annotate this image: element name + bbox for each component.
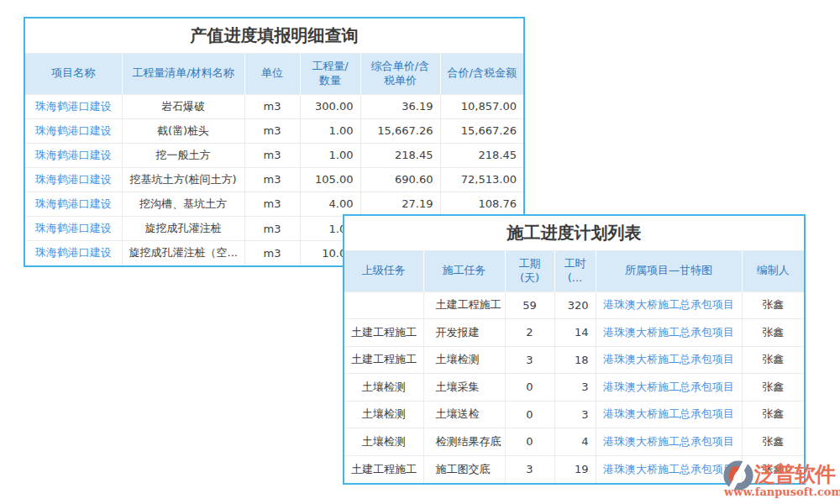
total-amount: 10,857.00 (440, 94, 523, 118)
gantt-project-link[interactable]: 港珠澳大桥施工总承包项目 (603, 298, 734, 311)
table-row: 土建工程施工开发报建214港珠澳大桥施工总承包项目张鑫 (344, 319, 804, 347)
item-name: 旋挖成孔灌注桩（空... (122, 241, 244, 265)
work-hours: 18 (554, 346, 596, 374)
unit: m3 (244, 94, 300, 118)
quantity: 4.00 (300, 192, 360, 216)
project-link[interactable]: 珠海鹤港口建设 (35, 124, 112, 137)
duration-days: 0 (505, 401, 554, 428)
unit-price: 15,667.26 (360, 118, 440, 143)
parent-task: 土建工程施工 (344, 319, 423, 347)
table-cell: 珠海鹤港口建设 (25, 216, 122, 240)
duration-days: 2 (505, 319, 554, 347)
panel-title: 产值进度填报明细查询 (25, 18, 523, 54)
column-header: 工时 (... (554, 251, 596, 291)
author: 张鑫 (742, 346, 804, 374)
column-header: 工程量/ 数量 (300, 54, 360, 94)
header-row: 项目名称 工程量清单/材料名称 单位 工程量/ 数量 综合单价/含 税单价 合价… (25, 54, 523, 94)
gantt-project-link[interactable]: 港珠澳大桥施工总承包项目 (603, 407, 734, 420)
unit: m3 (244, 143, 300, 167)
duration-days: 3 (505, 346, 554, 374)
column-header: 单位 (244, 54, 300, 94)
table-cell: 珠海鹤港口建设 (25, 167, 122, 192)
project-link[interactable]: 珠海鹤港口建设 (35, 222, 112, 234)
duration-days: 0 (505, 428, 554, 456)
unit-price: 218.45 (360, 143, 440, 167)
project-link[interactable]: 珠海鹤港口建设 (35, 246, 112, 259)
parent-task: 土建工程施工 (344, 346, 423, 374)
work-hours: 19 (554, 455, 596, 483)
unit-price: 690.60 (360, 167, 440, 192)
quantity: 105.00 (300, 167, 360, 192)
header-row: 上级任务 施工任务 工期 (天) 工时 (... 所属项目—甘特图 编制人 (344, 251, 804, 291)
parent-task: 土壤检测 (344, 428, 423, 456)
table-row: 土壤检测土壤送检03港珠澳大桥施工总承包项目张鑫 (344, 401, 804, 428)
item-name: 挖沟槽、基坑土方 (122, 192, 244, 216)
table-row: 土建工程施工59320港珠澳大桥施工总承包项目张鑫 (344, 291, 804, 319)
construction-schedule-window: 施工进度计划列表 上级任务 施工任务 工期 (天) 工时 (... 所属项目—甘… (343, 214, 806, 485)
fanpu-logo: 泛普软件 www.fanpusoft.com (722, 457, 840, 501)
table-cell: 港珠澳大桥施工总承包项目 (596, 455, 742, 483)
page: { "colors": { "panel_border": "#42b4e8",… (0, 0, 840, 504)
construction-task: 施工图交底 (423, 455, 505, 483)
construction-task: 土建工程施工 (423, 291, 505, 319)
item-name: 岩石爆破 (122, 94, 244, 118)
table-row: 珠海鹤港口建设岩石爆破m3300.0036.1910,857.00 (25, 94, 523, 118)
column-header: 工程量清单/材料名称 (122, 54, 244, 94)
panel-title: 施工进度计划列表 (344, 216, 804, 251)
gantt-project-link[interactable]: 港珠澳大桥施工总承包项目 (603, 463, 734, 475)
unit: m3 (244, 167, 300, 192)
brand-name: 泛普软件 (754, 460, 835, 488)
unit: m3 (244, 118, 300, 143)
gantt-project-link[interactable]: 港珠澳大桥施工总承包项目 (603, 435, 734, 448)
column-header: 施工任务 (423, 251, 505, 291)
parent-task: 土建工程施工 (344, 455, 423, 483)
column-header: 上级任务 (344, 251, 423, 291)
construction-task: 检测结果存底 (423, 428, 505, 456)
project-link[interactable]: 珠海鹤港口建设 (35, 149, 112, 161)
total-amount: 15,667.26 (440, 118, 523, 143)
duration-days: 3 (505, 455, 554, 483)
gantt-project-link[interactable]: 港珠澳大桥施工总承包项目 (603, 326, 734, 339)
author: 张鑫 (742, 291, 804, 319)
table-row: 土建工程施工土壤检测318港珠澳大桥施工总承包项目张鑫 (344, 346, 804, 374)
work-hours: 320 (554, 291, 596, 319)
parent-task: 土壤检测 (344, 374, 423, 402)
project-link[interactable]: 珠海鹤港口建设 (35, 173, 112, 186)
author: 张鑫 (742, 428, 804, 456)
author: 张鑫 (742, 319, 804, 347)
project-link[interactable]: 珠海鹤港口建设 (35, 100, 112, 113)
column-header: 编制人 (742, 251, 804, 291)
table-cell: 珠海鹤港口建设 (25, 192, 122, 216)
column-header: 合价/含税金额 (440, 54, 523, 94)
column-header: 所属项目—甘特图 (596, 251, 742, 291)
project-link[interactable]: 珠海鹤港口建设 (35, 197, 112, 210)
work-hours: 4 (554, 428, 596, 456)
table-cell: 珠海鹤港口建设 (25, 143, 122, 167)
unit-price: 36.19 (360, 94, 440, 118)
table-cell: 港珠澳大桥施工总承包项目 (596, 374, 742, 402)
duration-days: 0 (505, 374, 554, 402)
quantity: 1.00 (300, 143, 360, 167)
work-hours: 3 (554, 374, 596, 402)
parent-task (344, 291, 423, 319)
table-row: 珠海鹤港口建设挖基坑土方(桩间土方)m3105.00690.6072,513.0… (25, 167, 523, 192)
unit-price: 27.19 (360, 192, 440, 216)
table-row: 土壤检测检测结果存底04港珠澳大桥施工总承包项目张鑫 (344, 428, 804, 456)
table-row: 珠海鹤港口建设挖沟槽、基坑土方m34.0027.19108.76 (25, 192, 523, 216)
table-row: 珠海鹤港口建设截(凿)桩头m31.0015,667.2615,667.26 (25, 118, 523, 143)
author: 张鑫 (742, 374, 804, 402)
duration-days: 59 (505, 291, 554, 319)
item-name: 截(凿)桩头 (122, 118, 244, 143)
table-cell: 珠海鹤港口建设 (25, 241, 122, 265)
work-hours: 14 (554, 319, 596, 347)
unit: m3 (244, 192, 300, 216)
table-cell: 港珠澳大桥施工总承包项目 (596, 319, 742, 347)
table-cell: 港珠澳大桥施工总承包项目 (596, 346, 742, 374)
unit: m3 (244, 216, 300, 240)
gantt-project-link[interactable]: 港珠澳大桥施工总承包项目 (603, 353, 734, 365)
table-cell: 港珠澳大桥施工总承包项目 (596, 428, 742, 456)
gantt-project-link[interactable]: 港珠澳大桥施工总承包项目 (603, 381, 734, 393)
item-name: 旋挖成孔灌注桩 (122, 216, 244, 240)
column-header: 综合单价/含 税单价 (360, 54, 440, 94)
item-name: 挖基坑土方(桩间土方) (122, 167, 244, 192)
